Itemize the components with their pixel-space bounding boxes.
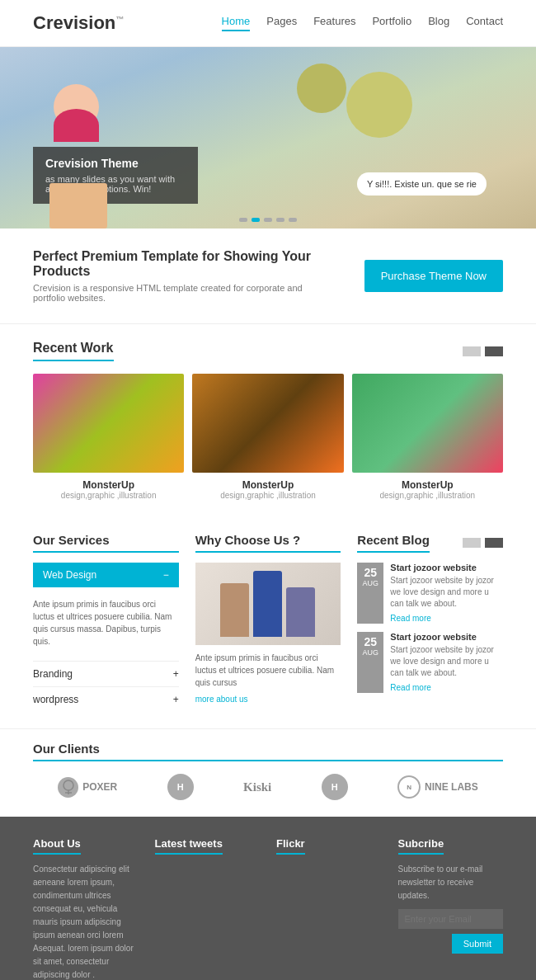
blog-item-1: 25 AUG Start jozoor website Start jozoor… xyxy=(357,563,503,624)
hero-dot-3[interactable] xyxy=(264,218,272,222)
logo-text: Crevision xyxy=(33,12,115,33)
service-wordpress-label: wordpress xyxy=(33,694,78,705)
three-columns-section: Our Services Web Design − Ante ipsum pri… xyxy=(0,516,536,728)
blog-title: Recent Blog xyxy=(357,533,430,553)
promo-text: Perfect Premium Template for Showing You… xyxy=(33,249,364,303)
footer-subscribe-desc: Subscribe to our e-mail newsletter to re… xyxy=(398,863,504,902)
client-kiski: Kiski xyxy=(243,780,271,794)
nav-portfolio[interactable]: Portfolio xyxy=(372,15,411,31)
services-title: Our Services xyxy=(33,533,179,553)
why-choose-more-link[interactable]: more about us xyxy=(195,695,248,704)
why-choose-image xyxy=(195,563,341,645)
client-2: H xyxy=(167,774,194,800)
work-tags-3: design,graphic ,illustration xyxy=(352,491,503,500)
footer-submit-button[interactable]: Submit xyxy=(452,934,503,954)
work-next-arrow[interactable] xyxy=(485,346,503,356)
hero-speech-bubble: Y si!!!. Existe un. que se rie xyxy=(357,172,487,196)
nav-home[interactable]: Home xyxy=(222,15,251,31)
clients-title: Our Clients xyxy=(33,742,503,761)
footer-tweets-title: Latest tweets xyxy=(155,837,223,855)
client-4-icon: H xyxy=(322,774,348,800)
service-wordpress-symbol: + xyxy=(173,694,179,705)
why-choose-description: Ante ipsum primis in faucibus orci luctu… xyxy=(195,652,341,689)
blog-next-arrow[interactable] xyxy=(485,538,503,548)
blog-prev-arrow[interactable] xyxy=(463,538,481,548)
blog-month-2: AUG xyxy=(362,648,378,657)
work-title-1: MonsterUp xyxy=(33,479,184,491)
blog-month-1: AUG xyxy=(362,579,378,587)
promo-title: Perfect Premium Template for Showing You… xyxy=(33,249,364,279)
nav-blog[interactable]: Blog xyxy=(428,15,449,31)
footer: About Us Consectetur adipiscing elit aen… xyxy=(0,817,536,980)
footer-flickr-title: Flickr xyxy=(276,837,305,855)
footer-grid: About Us Consectetur adipiscing elit aen… xyxy=(33,837,503,980)
hero-title: Crevision Theme xyxy=(45,157,186,170)
blog-read-more-2[interactable]: Read more xyxy=(390,683,430,692)
blog-content-1: Start jozoor website Start jozoor websit… xyxy=(390,563,503,624)
hero-dot-2[interactable] xyxy=(252,218,260,222)
blog-content-2: Start jozoor website Start jozoor websit… xyxy=(390,632,503,693)
logo: Crevision™ xyxy=(33,12,124,34)
client-ninelabs-icon: N xyxy=(397,775,421,799)
blog-item-desc-2: Start jozoor website by jozor we love de… xyxy=(390,644,503,679)
blog-header: Recent Blog xyxy=(357,533,503,553)
work-thumb-3[interactable] xyxy=(352,374,503,473)
main-nav: Home Pages Features Portfolio Blog Conta… xyxy=(222,15,503,31)
hero-dot-1[interactable] xyxy=(239,218,247,222)
blog-day-1: 25 xyxy=(362,566,378,579)
blog-read-more-1[interactable]: Read more xyxy=(390,614,430,623)
footer-about-title: About Us xyxy=(33,837,81,855)
service-wordpress[interactable]: wordpress + xyxy=(33,686,179,712)
hero-banner: Crevision Theme as many slides as you wa… xyxy=(0,47,536,229)
purchase-button[interactable]: Purchase Theme Now xyxy=(364,260,503,292)
service-webdesign[interactable]: Web Design − xyxy=(33,563,179,587)
footer-subscribe: Subcribe Subscribe to our e-mail newslet… xyxy=(398,837,504,980)
footer-email-input[interactable] xyxy=(398,909,504,929)
nav-features[interactable]: Features xyxy=(313,15,355,31)
logo-tm: ™ xyxy=(115,15,124,24)
hero-dot-4[interactable] xyxy=(276,218,284,222)
hero-dots xyxy=(239,218,297,222)
work-thumb-2[interactable] xyxy=(192,374,343,473)
service-branding[interactable]: Branding + xyxy=(33,661,179,686)
service-active-symbol: − xyxy=(163,569,169,581)
services-description: Ante ipsum primis in faucibus orci luctu… xyxy=(33,591,179,654)
blog-item-desc-1: Start jozoor website by jozor we love de… xyxy=(390,575,503,610)
footer-about-text: Consectetur adipiscing elit aeneane lore… xyxy=(33,863,139,980)
promo-description: Crevision is a responsive HTML template … xyxy=(33,283,322,303)
work-prev-arrow[interactable] xyxy=(463,346,481,356)
promo-section: Perfect Premium Template for Showing You… xyxy=(0,229,536,324)
recent-work-header: Recent Work xyxy=(33,341,503,361)
client-ninelabs: N NINE LABS xyxy=(397,775,478,799)
nav-pages[interactable]: Pages xyxy=(266,15,297,31)
footer-subscribe-title: Subcribe xyxy=(398,837,444,855)
service-active-label: Web Design xyxy=(43,569,96,581)
svg-point-0 xyxy=(63,780,73,790)
header: Crevision™ Home Pages Features Portfolio… xyxy=(0,0,536,47)
footer-about: About Us Consectetur adipiscing elit aen… xyxy=(33,837,139,980)
work-tags-2: design,graphic ,illustration xyxy=(192,491,343,500)
hero-dot-5[interactable] xyxy=(289,218,297,222)
work-item-3: MonsterUp design,graphic ,illustration xyxy=(352,374,503,500)
recent-work-section: Recent Work MonsterUp design,graphic ,il… xyxy=(0,324,536,516)
work-grid: MonsterUp design,graphic ,illustration M… xyxy=(33,374,503,500)
blog-item-2: 25 AUG Start jozoor website Start jozoor… xyxy=(357,632,503,693)
client-poxer: POXER xyxy=(58,777,117,798)
work-nav-arrows xyxy=(463,346,503,356)
services-col: Our Services Web Design − Ante ipsum pri… xyxy=(33,533,179,712)
blog-date-2: 25 AUG xyxy=(357,632,383,693)
work-item-2: MonsterUp design,graphic ,illustration xyxy=(192,374,343,500)
service-branding-label: Branding xyxy=(33,668,73,680)
footer-tweets: Latest tweets xyxy=(155,837,261,980)
client-2-icon: H xyxy=(167,774,194,800)
blog-date-1: 25 AUG xyxy=(357,563,383,624)
work-title-2: MonsterUp xyxy=(192,479,343,491)
nav-contact[interactable]: Contact xyxy=(466,15,503,31)
client-poxer-icon xyxy=(58,777,78,798)
work-thumb-1[interactable] xyxy=(33,374,184,473)
blog-item-title-2: Start jozoor website xyxy=(390,632,503,642)
work-tags-1: design,graphic ,illustration xyxy=(33,491,184,500)
clients-section: Our Clients POXER H Kiski H N NINE LABS xyxy=(0,728,536,817)
blog-item-title-1: Start jozoor website xyxy=(390,563,503,572)
recent-blog-col: Recent Blog 25 AUG Start jozoor website … xyxy=(357,533,503,712)
